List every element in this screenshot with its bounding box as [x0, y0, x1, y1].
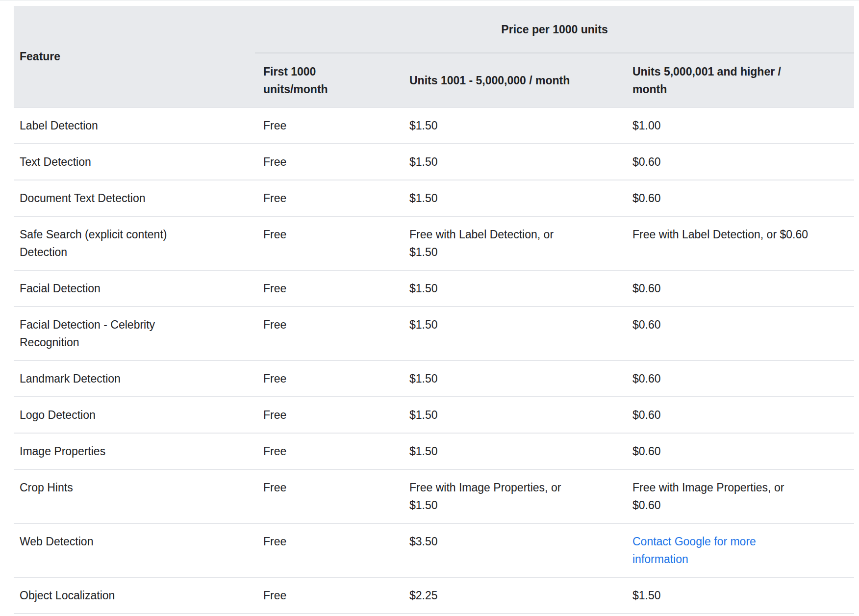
tier2-price-cell: Free with Image Properties, or $1.50 — [401, 469, 624, 523]
table-row: Crop Hints Free Free with Image Properti… — [14, 469, 854, 523]
tier3-price-cell: $1.50 — [624, 577, 854, 614]
feature-cell: Label Detection — [14, 107, 255, 144]
price-group-header: Price per 1000 units — [255, 6, 854, 53]
tier2-price-cell: $1.50 — [401, 107, 624, 144]
table-row: Text Detection Free $1.50 $0.60 — [14, 144, 854, 180]
tier1-price-cell: Free — [255, 307, 401, 360]
feature-cell: Logo Detection — [14, 397, 255, 433]
tier3-price-cell: Contact Google for more information — [624, 523, 854, 577]
tier3-price-cell: $0.60 — [624, 270, 854, 307]
tier-header-high-volume: Units 5,000,001 and higher / month — [624, 53, 854, 107]
pricing-table-container: Feature Price per 1000 units First 1000 … — [14, 6, 854, 614]
pricing-table: Feature Price per 1000 units First 1000 … — [14, 6, 854, 614]
feature-cell: Document Text Detection — [14, 180, 255, 216]
tier3-price-cell: $0.60 — [624, 144, 854, 180]
tier3-price-cell: $0.60 — [624, 433, 854, 469]
tier1-price-cell: Free — [255, 144, 401, 180]
table-row: Facial Detection - Celebrity Recognition… — [14, 307, 854, 360]
tier3-price-cell: $1.00 — [624, 107, 854, 144]
tier2-price-cell: $3.50 — [401, 523, 624, 577]
tier2-price-cell: $1.50 — [401, 270, 624, 307]
tier2-price-cell: $1.50 — [401, 307, 624, 360]
group-header-row: Feature Price per 1000 units — [14, 6, 854, 53]
tier1-price-cell: Free — [255, 433, 401, 469]
table-row: Label Detection Free $1.50 $1.00 — [14, 107, 854, 144]
table-row: Object Localization Free $2.25 $1.50 — [14, 577, 854, 614]
tier1-price-cell: Free — [255, 523, 401, 577]
tier2-price-cell: $1.50 — [401, 397, 624, 433]
tier2-price-cell: $1.50 — [401, 144, 624, 180]
table-row: Facial Detection Free $1.50 $0.60 — [14, 270, 854, 307]
tier3-price-cell: Free with Image Properties, or $0.60 — [624, 469, 854, 523]
tier-header-mid-volume: Units 1001 - 5,000,000 / month — [401, 53, 624, 107]
feature-cell: Facial Detection - Celebrity Recognition — [14, 307, 255, 360]
tier1-price-cell: Free — [255, 360, 401, 397]
feature-cell: Facial Detection — [14, 270, 255, 307]
feature-cell: Object Localization — [14, 577, 255, 614]
feature-cell: Landmark Detection — [14, 360, 255, 397]
tier3-price-cell: $0.60 — [624, 360, 854, 397]
tier1-price-cell: Free — [255, 397, 401, 433]
table-row: Safe Search (explicit content) Detection… — [14, 216, 854, 270]
tier3-price-cell: Free with Label Detection, or $0.60 — [624, 216, 854, 270]
tier2-price-cell: Free with Label Detection, or $1.50 — [401, 216, 624, 270]
contact-google-link[interactable]: Contact Google for more information — [632, 535, 756, 565]
table-row: Landmark Detection Free $1.50 $0.60 — [14, 360, 854, 397]
tier1-price-cell: Free — [255, 469, 401, 523]
pricing-table-head: Feature Price per 1000 units First 1000 … — [14, 6, 854, 107]
tier2-price-cell: $1.50 — [401, 180, 624, 216]
feature-cell: Image Properties — [14, 433, 255, 469]
table-row: Image Properties Free $1.50 $0.60 — [14, 433, 854, 469]
feature-cell: Safe Search (explicit content) Detection — [14, 216, 255, 270]
pricing-table-body: Label Detection Free $1.50 $1.00 Text De… — [14, 107, 854, 614]
table-row: Web Detection Free $3.50 Contact Google … — [14, 523, 854, 577]
tier1-price-cell: Free — [255, 180, 401, 216]
feature-cell: Crop Hints — [14, 469, 255, 523]
tier1-price-cell: Free — [255, 107, 401, 144]
tier1-price-cell: Free — [255, 270, 401, 307]
table-row: Document Text Detection Free $1.50 $0.60 — [14, 180, 854, 216]
tier1-price-cell: Free — [255, 216, 401, 270]
feature-cell: Web Detection — [14, 523, 255, 577]
tier3-price-cell: $0.60 — [624, 180, 854, 216]
tier1-price-cell: Free — [255, 577, 401, 614]
table-row: Logo Detection Free $1.50 $0.60 — [14, 397, 854, 433]
tier2-price-cell: $1.50 — [401, 433, 624, 469]
tier3-price-cell: $0.60 — [624, 307, 854, 360]
feature-column-header: Feature — [14, 6, 255, 107]
tier2-price-cell: $2.25 — [401, 577, 624, 614]
tier2-price-cell: $1.50 — [401, 360, 624, 397]
tier3-price-cell: $0.60 — [624, 397, 854, 433]
feature-cell: Text Detection — [14, 144, 255, 180]
page-top-rule — [0, 0, 859, 1]
tier-header-first-1000: First 1000 units/month — [255, 53, 401, 107]
